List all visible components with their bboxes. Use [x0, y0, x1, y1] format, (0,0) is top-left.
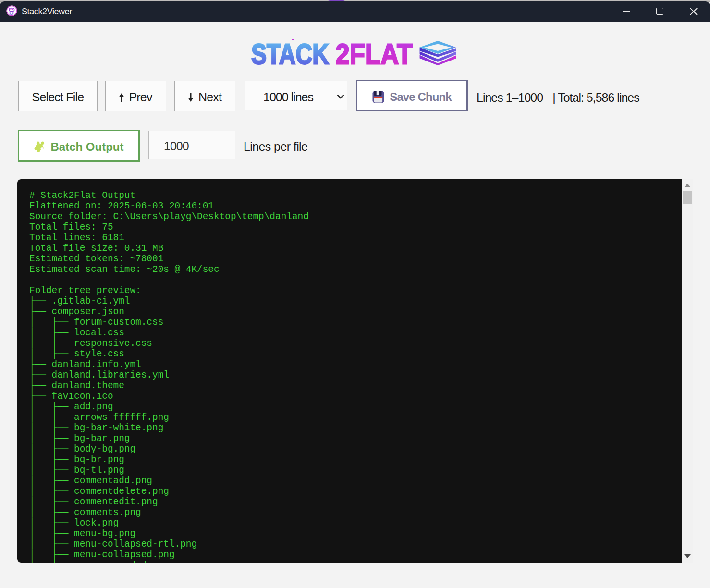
svg-text:STACK: STACK	[251, 38, 329, 67]
svg-text:2FLAT: 2FLAT	[336, 38, 413, 67]
